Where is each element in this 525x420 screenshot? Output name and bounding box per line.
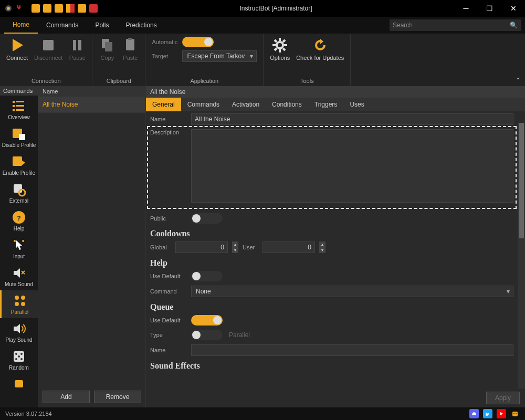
svg-point-48 (15, 358, 17, 360)
svg-point-39 (22, 240, 24, 242)
copy-button[interactable]: Copy (99, 37, 116, 61)
svg-rect-2 (32, 4, 40, 13)
svg-point-42 (15, 302, 19, 306)
automatic-label: Automatic (152, 39, 178, 45)
ribbon-group-label: Application (152, 76, 257, 86)
mute-icon (12, 266, 26, 280)
global-input[interactable] (175, 242, 228, 253)
detail-tab-conditions[interactable]: Conditions (266, 98, 308, 111)
badge-icon[interactable] (89, 4, 98, 13)
paste-button[interactable]: Paste (122, 37, 139, 61)
detail-tab-triggers[interactable]: Triggers (308, 98, 344, 111)
badge-icon[interactable] (78, 4, 86, 13)
user-label: User (243, 244, 258, 250)
section-queue: Queue (146, 299, 525, 313)
paste-icon (122, 37, 139, 54)
detail-tab-general[interactable]: General (146, 98, 181, 111)
detail-header: All the Noise (146, 86, 525, 98)
connect-button[interactable]: Connect (6, 37, 28, 61)
add-button[interactable]: Add (43, 391, 90, 403)
sidebar-item-disable-profile[interactable]: Disable Profile (0, 123, 38, 151)
tab-predictions[interactable]: Predictions (117, 17, 165, 33)
automatic-toggle[interactable] (182, 37, 214, 47)
version-label: Version 3.07.2184 (5, 411, 465, 417)
help-use-default-toggle[interactable] (191, 271, 223, 281)
public-toggle[interactable] (191, 213, 223, 224)
user-input[interactable] (262, 242, 315, 253)
svg-point-16 (277, 42, 283, 48)
badge-icon[interactable] (32, 4, 40, 13)
sidebar-item-input[interactable]: Input (0, 235, 38, 262)
sidebar-item-help[interactable]: ? Help (0, 207, 38, 235)
svg-rect-15 (128, 38, 132, 40)
svg-rect-3 (43, 4, 51, 13)
svg-rect-10 (73, 40, 76, 50)
svg-rect-5 (66, 4, 70, 13)
help-icon: ? (12, 210, 26, 225)
list-item[interactable]: All the Noise (38, 97, 145, 113)
detail-tab-commands[interactable]: Commands (181, 98, 226, 111)
global-spinner[interactable]: ▲▼ (232, 242, 238, 253)
pause-button[interactable]: Pause (69, 37, 86, 61)
twitter-icon[interactable] (483, 409, 492, 418)
robot-icon[interactable] (510, 409, 520, 418)
pause-icon (69, 37, 86, 54)
list-header: Name (38, 86, 145, 97)
disconnect-button[interactable]: Disconnect (34, 37, 62, 61)
options-button[interactable]: Options (270, 37, 290, 61)
badge-icon[interactable] (43, 4, 51, 13)
ribbon-group-label: Clipboard (99, 76, 139, 86)
command-label: Command (150, 288, 187, 295)
sidebar-title: Commands (0, 86, 38, 96)
svg-rect-51 (512, 412, 518, 416)
detail-tab-uses[interactable]: Uses (343, 98, 370, 111)
plug-icon (15, 4, 23, 13)
public-label: Public (150, 215, 187, 222)
sidebar-item-play-sound[interactable]: Play Sound (0, 318, 38, 346)
detail-tab-activation[interactable]: Activation (226, 98, 266, 111)
collapse-ribbon-button[interactable]: ⌃ (516, 77, 521, 84)
section-sound-effects: Sound Effects (146, 358, 525, 372)
command-select[interactable]: None (191, 286, 513, 297)
sidebar-item-enable-profile[interactable]: Enable Profile (0, 151, 38, 179)
check-updates-button[interactable]: Check for Updates (296, 37, 344, 61)
search-input[interactable]: 🔍 (390, 19, 521, 31)
tab-commands[interactable]: Commands (38, 17, 87, 33)
svg-rect-13 (105, 42, 112, 51)
scrollbar[interactable] (518, 123, 525, 388)
tab-polls[interactable]: Polls (87, 17, 117, 33)
badge-icon[interactable] (55, 4, 63, 13)
badge-icon[interactable] (66, 4, 75, 13)
description-input[interactable] (191, 129, 513, 203)
queue-use-default-toggle[interactable] (191, 315, 223, 326)
profile-on-icon (12, 154, 26, 169)
sidebar-item-more[interactable] (0, 374, 38, 395)
svg-point-52 (513, 413, 514, 414)
dice-icon (12, 349, 26, 364)
user-spinner[interactable]: ▲▼ (319, 242, 326, 253)
sidebar-item-mute-sound[interactable]: Mute Sound (0, 262, 38, 290)
sidebar-item-overview[interactable]: Overview (0, 96, 38, 123)
sidebar-item-parallel[interactable]: Parallel (0, 290, 38, 318)
remove-button[interactable]: Remove (94, 391, 141, 403)
type-toggle[interactable] (191, 330, 223, 340)
sidebar-item-external[interactable]: External (0, 179, 38, 207)
svg-point-46 (20, 353, 23, 355)
svg-point-38 (14, 240, 16, 242)
list-icon (12, 99, 26, 113)
close-button[interactable]: ✕ (501, 0, 525, 17)
name-input[interactable] (191, 113, 513, 125)
svg-rect-30 (16, 109, 24, 111)
tab-home[interactable]: Home (4, 17, 38, 34)
queue-name-input[interactable] (191, 344, 513, 356)
discord-icon[interactable] (469, 409, 479, 418)
maximize-button[interactable]: ☐ (478, 0, 501, 17)
apply-button[interactable]: Apply (486, 392, 520, 404)
target-select[interactable]: Escape From Tarkov (182, 50, 257, 62)
sound-icon (12, 321, 26, 336)
minimize-button[interactable]: ─ (454, 0, 478, 17)
youtube-icon[interactable] (497, 409, 506, 418)
sidebar-item-random[interactable]: Random (0, 346, 38, 374)
svg-rect-29 (13, 109, 15, 111)
refresh-icon (312, 37, 329, 54)
